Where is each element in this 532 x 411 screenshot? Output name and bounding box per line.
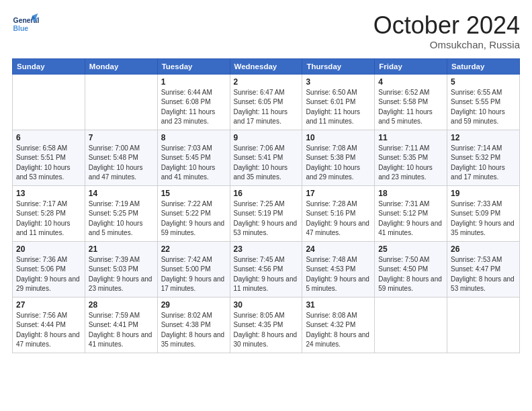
day-number: 16 [234, 189, 299, 198]
day-sunset: Sunset: 4:56 PM [234, 265, 299, 275]
day-sunset: Sunset: 5:51 PM [16, 153, 81, 163]
day-daylight: Daylight: 10 hours and 23 minutes. [378, 163, 443, 183]
day-sunset: Sunset: 5:09 PM [451, 209, 516, 219]
day-number: 15 [161, 189, 226, 198]
day-sunset: Sunset: 5:25 PM [89, 209, 154, 219]
day-number: 7 [89, 133, 154, 142]
day-sunrise: Sunrise: 8:02 AM [161, 311, 226, 321]
day-number: 31 [306, 300, 371, 310]
calendar-cell: 17 Sunrise: 7:28 AM Sunset: 5:16 PM Dayl… [302, 185, 375, 241]
calendar-cell: 16 Sunrise: 7:25 AM Sunset: 5:19 PM Dayl… [230, 185, 302, 241]
day-sunrise: Sunrise: 6:47 AM [234, 88, 299, 98]
day-sunset: Sunset: 4:32 PM [306, 320, 371, 330]
day-daylight: Daylight: 10 hours and 5 minutes. [89, 219, 154, 238]
month-title: October 2024 [373, 12, 520, 39]
day-number: 3 [306, 77, 371, 87]
day-daylight: Daylight: 8 hours and 53 minutes. [451, 275, 516, 294]
day-number: 2 [234, 77, 299, 87]
calendar-cell: 30 Sunrise: 8:05 AM Sunset: 4:35 PM Dayl… [230, 297, 302, 353]
location-subtitle: Omsukchan, Russia [373, 39, 520, 50]
day-daylight: Daylight: 9 hours and 53 minutes. [234, 219, 299, 238]
day-number: 19 [451, 189, 516, 198]
calendar-cell: 12 Sunrise: 7:14 AM Sunset: 5:32 PM Dayl… [447, 130, 520, 185]
day-daylight: Daylight: 8 hours and 24 minutes. [306, 330, 371, 350]
day-daylight: Daylight: 10 hours and 47 minutes. [89, 163, 154, 183]
day-sunrise: Sunrise: 7:19 AM [89, 199, 154, 210]
day-number: 10 [306, 133, 371, 142]
calendar-cell: 21 Sunrise: 7:39 AM Sunset: 5:03 PM Dayl… [85, 241, 157, 297]
day-daylight: Daylight: 11 hours and 17 minutes. [234, 107, 299, 127]
calendar-cell [375, 297, 447, 353]
day-number: 14 [89, 189, 154, 198]
calendar-cell: 22 Sunrise: 7:42 AM Sunset: 5:00 PM Dayl… [157, 241, 230, 297]
calendar-cell: 5 Sunrise: 6:55 AM Sunset: 5:55 PM Dayli… [447, 74, 520, 130]
day-daylight: Daylight: 10 hours and 29 minutes. [306, 163, 371, 183]
day-sunrise: Sunrise: 6:50 AM [306, 88, 371, 98]
day-sunset: Sunset: 4:44 PM [16, 320, 81, 330]
day-sunrise: Sunrise: 7:42 AM [161, 255, 226, 265]
day-daylight: Daylight: 10 hours and 53 minutes. [16, 163, 81, 183]
header-wednesday: Wednesday [230, 58, 302, 74]
calendar-cell: 15 Sunrise: 7:22 AM Sunset: 5:22 PM Dayl… [157, 185, 230, 241]
calendar-cell: 8 Sunrise: 7:03 AM Sunset: 5:45 PM Dayli… [157, 130, 230, 185]
day-daylight: Daylight: 8 hours and 35 minutes. [161, 330, 226, 350]
day-number: 9 [234, 133, 299, 142]
day-sunrise: Sunrise: 7:08 AM [306, 144, 371, 154]
calendar-cell: 28 Sunrise: 7:59 AM Sunset: 4:41 PM Dayl… [85, 297, 157, 353]
day-daylight: Daylight: 8 hours and 47 minutes. [16, 330, 81, 350]
day-sunset: Sunset: 4:53 PM [306, 265, 371, 275]
calendar-cell: 26 Sunrise: 7:53 AM Sunset: 4:47 PM Dayl… [447, 241, 520, 297]
header-friday: Friday [375, 58, 447, 74]
day-daylight: Daylight: 10 hours and 59 minutes. [451, 107, 516, 127]
day-number: 5 [451, 77, 516, 87]
calendar-cell: 4 Sunrise: 6:52 AM Sunset: 5:58 PM Dayli… [375, 74, 447, 130]
day-number: 8 [161, 133, 226, 142]
day-sunrise: Sunrise: 7:59 AM [89, 311, 154, 321]
day-number: 4 [378, 77, 443, 87]
header-saturday: Saturday [447, 58, 520, 74]
calendar-cell: 19 Sunrise: 7:33 AM Sunset: 5:09 PM Dayl… [447, 185, 520, 241]
day-number: 11 [378, 133, 443, 142]
day-number: 22 [161, 244, 226, 254]
day-daylight: Daylight: 11 hours and 5 minutes. [378, 107, 443, 127]
day-sunrise: Sunrise: 7:00 AM [89, 144, 154, 154]
day-number: 12 [451, 133, 516, 142]
title-block: October 2024 Omsukchan, Russia [373, 12, 520, 50]
calendar-cell: 6 Sunrise: 6:58 AM Sunset: 5:51 PM Dayli… [13, 130, 85, 185]
day-number: 1 [161, 77, 226, 87]
day-number: 26 [451, 244, 516, 254]
calendar-cell [85, 74, 157, 130]
day-sunset: Sunset: 4:35 PM [234, 320, 299, 330]
day-sunrise: Sunrise: 7:03 AM [161, 144, 226, 154]
day-sunrise: Sunrise: 7:48 AM [306, 255, 371, 265]
day-daylight: Daylight: 8 hours and 59 minutes. [378, 275, 443, 294]
header-monday: Monday [85, 58, 157, 74]
day-sunset: Sunset: 5:12 PM [378, 209, 443, 219]
day-number: 18 [378, 189, 443, 198]
day-daylight: Daylight: 10 hours and 35 minutes. [234, 163, 299, 183]
calendar-cell: 11 Sunrise: 7:11 AM Sunset: 5:35 PM Dayl… [375, 130, 447, 185]
day-sunrise: Sunrise: 7:56 AM [16, 311, 81, 321]
calendar-table: Sunday Monday Tuesday Wednesday Thursday… [12, 58, 520, 353]
day-daylight: Daylight: 9 hours and 59 minutes. [161, 219, 226, 238]
day-sunrise: Sunrise: 7:14 AM [451, 144, 516, 154]
day-sunrise: Sunrise: 7:50 AM [378, 255, 443, 265]
calendar-cell [447, 297, 520, 353]
calendar-cell: 3 Sunrise: 6:50 AM Sunset: 6:01 PM Dayli… [302, 74, 375, 130]
day-sunrise: Sunrise: 7:31 AM [378, 199, 443, 210]
calendar-cell: 31 Sunrise: 8:08 AM Sunset: 4:32 PM Dayl… [302, 297, 375, 353]
day-sunset: Sunset: 5:22 PM [161, 209, 226, 219]
day-number: 6 [16, 133, 81, 142]
day-sunrise: Sunrise: 7:53 AM [451, 255, 516, 265]
calendar-cell: 2 Sunrise: 6:47 AM Sunset: 6:05 PM Dayli… [230, 74, 302, 130]
day-daylight: Daylight: 9 hours and 41 minutes. [378, 219, 443, 238]
day-sunset: Sunset: 6:08 PM [161, 97, 226, 107]
day-sunset: Sunset: 4:38 PM [161, 320, 226, 330]
day-sunset: Sunset: 5:58 PM [378, 97, 443, 107]
day-sunset: Sunset: 5:35 PM [378, 153, 443, 163]
day-sunrise: Sunrise: 8:05 AM [234, 311, 299, 321]
day-sunrise: Sunrise: 7:33 AM [451, 199, 516, 210]
day-sunset: Sunset: 5:41 PM [234, 153, 299, 163]
calendar-cell: 24 Sunrise: 7:48 AM Sunset: 4:53 PM Dayl… [302, 241, 375, 297]
logo: General Blue [12, 12, 39, 36]
